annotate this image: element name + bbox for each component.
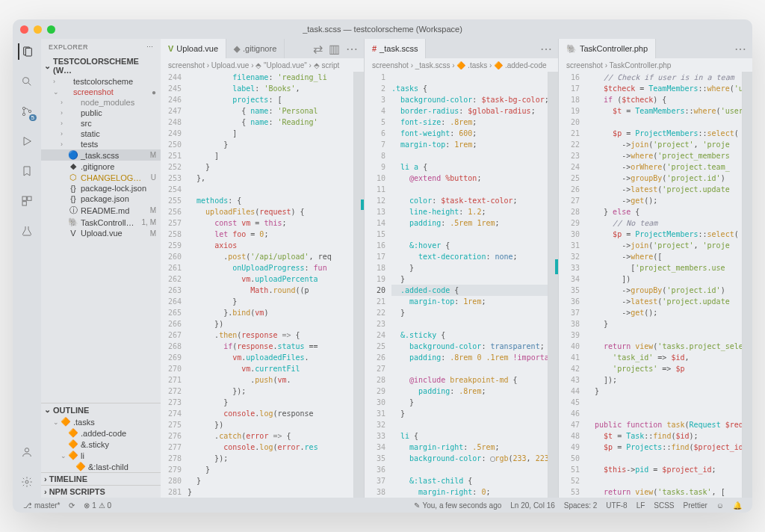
testing-icon[interactable] bbox=[19, 223, 35, 239]
editor-group: VUpload.vue◆.gitignore⇄▥⋯ screenshot › U… bbox=[161, 39, 752, 498]
tree-item[interactable]: ⌄screenshot● bbox=[41, 87, 161, 97]
npm-section[interactable]: ›NPM SCRIPTS bbox=[41, 485, 161, 498]
tab[interactable]: 🐘TaskController.php bbox=[559, 39, 656, 58]
editor-3: 🐘TaskController.php⋯ screenshot › TaskCo… bbox=[559, 39, 752, 498]
svg-rect-10 bbox=[22, 202, 26, 205]
tree-item[interactable]: ◆.gitignore bbox=[41, 161, 161, 172]
gear-icon[interactable] bbox=[19, 474, 35, 490]
sidebar: EXPLORER ⋯ ⌄TESTCOLORSCHEME (W… ›testcol… bbox=[41, 39, 161, 498]
tree-item[interactable]: ⬡CHANGELOG…U bbox=[41, 172, 161, 183]
file-tree: ›testcolorscheme⌄screenshot●›node_module… bbox=[41, 76, 161, 403]
encoding-status[interactable]: UTF-8 bbox=[601, 501, 631, 510]
sidebar-more-icon[interactable]: ⋯ bbox=[146, 43, 154, 51]
blame-status[interactable]: ✎ You, a few seconds ago bbox=[409, 501, 506, 510]
svg-rect-8 bbox=[22, 197, 26, 200]
outline-item[interactable]: 🔶&:last-child bbox=[41, 461, 161, 472]
tree-item[interactable]: {}package-lock.json bbox=[41, 183, 161, 194]
statusbar: ⎇ master* ⟳ ⊗ 1 ⚠ 0 ✎ You, a few seconds… bbox=[13, 498, 752, 513]
titlebar: _task.scss — testcolorscheme (Workspace) bbox=[13, 19, 752, 39]
tabbar-3: 🐘TaskController.php⋯ bbox=[559, 39, 752, 58]
tab[interactable]: VUpload.vue bbox=[161, 39, 226, 58]
svg-rect-1 bbox=[25, 48, 31, 56]
search-icon[interactable] bbox=[19, 73, 35, 90]
editor-2: #_task.scss⋯ screenshot › _task.scss › 🔶… bbox=[365, 39, 559, 498]
outline-section[interactable]: ⌄OUTLINE bbox=[41, 403, 161, 416]
tree-item[interactable]: ›testcolorscheme bbox=[41, 76, 161, 87]
close-window-button[interactable] bbox=[20, 25, 28, 34]
extensions-icon[interactable] bbox=[19, 193, 35, 209]
branch-status[interactable]: ⎇ master* bbox=[19, 501, 64, 510]
tree-item[interactable]: ›node_modules bbox=[41, 97, 161, 108]
tabbar-1: VUpload.vue◆.gitignore⇄▥⋯ bbox=[161, 39, 364, 58]
svg-marker-7 bbox=[24, 137, 31, 146]
code-1[interactable]: 2442452462472482492502512522532542552562… bbox=[161, 72, 364, 498]
breadcrumb-3[interactable]: screenshot › TaskController.php bbox=[559, 58, 752, 72]
outline-item[interactable]: 🔶&.sticky bbox=[41, 439, 161, 450]
svg-point-12 bbox=[25, 480, 28, 483]
debug-icon[interactable] bbox=[19, 133, 35, 149]
tree-item[interactable]: ›src bbox=[41, 118, 161, 129]
activity-bar: 5 bbox=[13, 39, 41, 498]
code-3[interactable]: 1617181920212223242526272829303132333435… bbox=[559, 72, 752, 498]
svg-point-2 bbox=[23, 78, 29, 84]
minimap-3[interactable] bbox=[742, 72, 752, 498]
maximize-window-button[interactable] bbox=[47, 25, 55, 34]
window-controls bbox=[20, 25, 55, 34]
indent-status[interactable]: Spaces: 2 bbox=[560, 501, 601, 510]
cursor-status[interactable]: Ln 20, Col 16 bbox=[506, 501, 560, 510]
sidebar-header: EXPLORER ⋯ bbox=[41, 39, 161, 55]
more-icon[interactable]: ⋯ bbox=[346, 42, 358, 56]
svg-point-5 bbox=[22, 113, 25, 115]
workspace-section[interactable]: ⌄TESTCOLORSCHEME (W… bbox=[41, 55, 161, 76]
breadcrumb-1[interactable]: screenshot › Upload.vue › ⬘ "Upload.vue"… bbox=[161, 58, 364, 72]
more-icon[interactable]: ⋯ bbox=[734, 42, 746, 56]
tree-item[interactable]: 🔵_task.scssM bbox=[41, 149, 161, 161]
explorer-icon[interactable] bbox=[18, 43, 34, 60]
sync-status[interactable]: ⟳ bbox=[64, 501, 79, 510]
problems-status[interactable]: ⊗ 1 ⚠ 0 bbox=[79, 501, 116, 510]
tab[interactable]: #_task.scss bbox=[365, 39, 426, 58]
tree-item[interactable]: {}package.json bbox=[41, 194, 161, 204]
tree-item[interactable]: VUpload.vueM bbox=[41, 228, 161, 238]
code-2[interactable]: 1234567891011121314151617181920212223242… bbox=[365, 72, 558, 498]
tree-item[interactable]: ›static bbox=[41, 129, 161, 139]
eol-status[interactable]: LF bbox=[632, 501, 650, 510]
more-icon[interactable]: ⋯ bbox=[540, 42, 552, 56]
svg-point-11 bbox=[25, 448, 28, 452]
split-icon[interactable]: ▥ bbox=[329, 42, 340, 56]
breadcrumb-2[interactable]: screenshot › _task.scss › 🔶 .tasks › 🔶 .… bbox=[365, 58, 558, 72]
lang-status[interactable]: SCSS bbox=[649, 501, 678, 510]
outline-item[interactable]: 🔶.added-code bbox=[41, 427, 161, 439]
feedback-icon[interactable]: ☺ bbox=[712, 501, 728, 510]
compare-icon[interactable]: ⇄ bbox=[313, 42, 323, 56]
tree-item[interactable]: ⓘREADME.mdM bbox=[41, 204, 161, 217]
outline-item[interactable]: ⌄🔶.tasks bbox=[41, 416, 161, 427]
tree-item[interactable]: ›tests bbox=[41, 139, 161, 149]
minimap-2[interactable] bbox=[548, 72, 558, 498]
tab[interactable]: ◆.gitignore bbox=[226, 39, 285, 58]
bell-icon[interactable]: 🔔 bbox=[728, 501, 746, 510]
minimize-window-button[interactable] bbox=[34, 25, 42, 34]
vscode-window: _task.scss — testcolorscheme (Workspace)… bbox=[13, 19, 752, 513]
svg-point-4 bbox=[22, 107, 25, 109]
window-title: _task.scss — testcolorscheme (Workspace) bbox=[303, 25, 462, 34]
prettier-status[interactable]: Prettier bbox=[679, 501, 712, 510]
editor-1: VUpload.vue◆.gitignore⇄▥⋯ screenshot › U… bbox=[161, 39, 365, 498]
outline-item[interactable]: ⌄🔶li bbox=[41, 450, 161, 461]
bookmark-icon[interactable] bbox=[19, 163, 35, 179]
tabbar-2: #_task.scss⋯ bbox=[365, 39, 558, 58]
tree-item[interactable]: 🐘TaskControll…1, M bbox=[41, 217, 161, 228]
main-area: 5 EXPLORER ⋯ ⌄TESTCOLORSCHEME (W… ›testc… bbox=[13, 39, 752, 498]
timeline-section[interactable]: ›TIMELINE bbox=[41, 472, 161, 485]
scm-icon[interactable]: 5 bbox=[19, 103, 35, 120]
svg-line-3 bbox=[28, 83, 31, 85]
svg-rect-9 bbox=[28, 197, 31, 200]
minimap-1[interactable] bbox=[353, 72, 364, 498]
tree-item[interactable]: ›public bbox=[41, 108, 161, 118]
account-icon[interactable] bbox=[19, 444, 35, 460]
